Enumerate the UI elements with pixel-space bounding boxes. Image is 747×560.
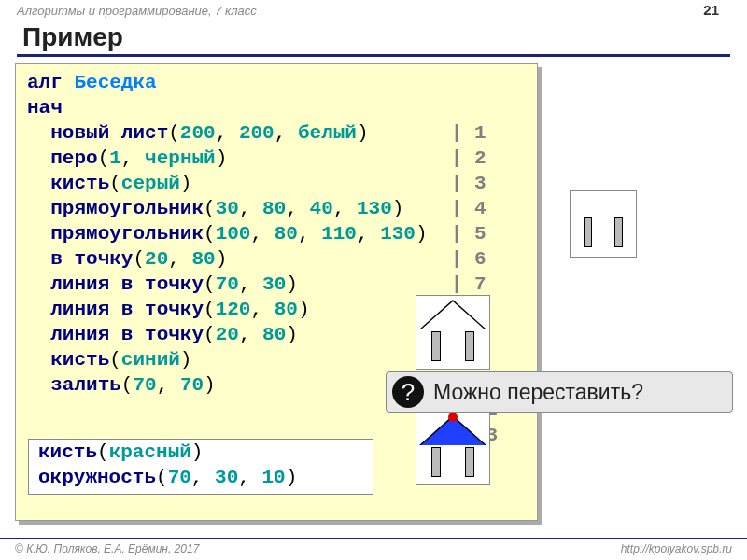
figure-gazebo-outline — [416, 295, 490, 370]
course-title: Алгоритмы и программирование, 7 класс — [17, 4, 257, 18]
page-number: 21 — [703, 2, 719, 18]
figure-pillars — [570, 190, 637, 258]
footer: © К.Ю. Поляков, Е.А. Ерёмин, 2017 http:/… — [0, 538, 747, 558]
callout-text: Можно переставить? — [433, 380, 643, 405]
title-box: Пример — [17, 22, 730, 57]
slide: Алгоритмы и программирование, 7 класс 21… — [0, 0, 747, 560]
question-icon: ? — [392, 376, 424, 408]
footer-url: http://kpolyakov.spb.ru — [621, 542, 732, 555]
copyright: © К.Ю. Поляков, Е.А. Ерёмин, 2017 — [15, 542, 199, 555]
header: Алгоритмы и программирование, 7 класс 21 — [0, 0, 747, 20]
circle-red-icon — [448, 413, 458, 422]
callout: ? Можно переставить? — [386, 371, 733, 413]
inset-box: кисть(красный) окружность(70, 30, 10) — [28, 439, 374, 495]
page-title: Пример — [17, 22, 730, 54]
figure-gazebo-colored — [416, 411, 490, 485]
